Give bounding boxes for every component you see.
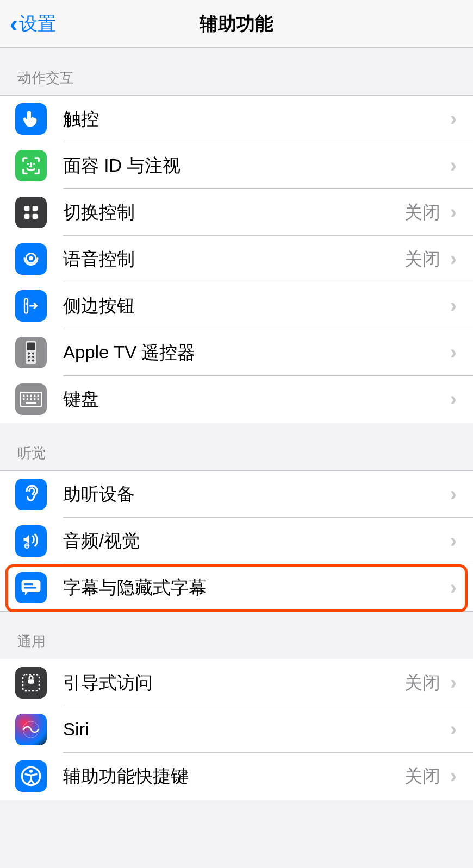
- svg-rect-33: [24, 583, 33, 585]
- tv-remote-icon: [15, 337, 47, 368]
- page-title: 辅助功能: [200, 11, 273, 36]
- svg-point-15: [32, 356, 34, 358]
- svg-rect-20: [27, 395, 28, 397]
- svg-point-7: [29, 256, 33, 261]
- svg-rect-34: [24, 587, 36, 588]
- chevron-right-icon: ›: [450, 201, 457, 224]
- svg-point-13: [32, 353, 34, 355]
- chevron-right-icon: ›: [450, 388, 457, 411]
- svg-rect-9: [26, 303, 27, 305]
- svg-rect-23: [38, 395, 39, 397]
- svg-rect-11: [27, 342, 35, 350]
- svg-point-39: [29, 770, 33, 773]
- row-switch-control[interactable]: 切换控制 关闭 ›: [0, 189, 473, 236]
- row-label: 触控: [63, 107, 450, 131]
- section-header-hearing: 听觉: [0, 423, 473, 470]
- svg-point-12: [28, 353, 30, 355]
- row-side-button[interactable]: 侧边按钮 ›: [0, 282, 473, 329]
- row-value: 关闭: [404, 764, 440, 789]
- row-label: 面容 ID 与注视: [63, 154, 450, 178]
- svg-point-14: [28, 356, 30, 358]
- chevron-right-icon: ›: [450, 294, 457, 317]
- chevron-left-icon: ‹: [10, 12, 18, 36]
- row-audio-visual[interactable]: 音频/视觉 ›: [0, 518, 473, 564]
- chevron-right-icon: ›: [450, 576, 457, 599]
- svg-rect-21: [30, 395, 32, 397]
- chevron-right-icon: ›: [450, 341, 457, 364]
- svg-rect-32: [22, 580, 41, 592]
- back-button[interactable]: ‹ 设置: [10, 11, 56, 36]
- svg-rect-8: [24, 299, 28, 313]
- row-voice-control[interactable]: 语音控制 关闭 ›: [0, 236, 473, 282]
- row-keyboard[interactable]: 键盘 ›: [0, 376, 473, 423]
- voice-control-icon: [15, 243, 47, 275]
- ear-icon: [15, 479, 47, 510]
- row-hearing-devices[interactable]: 助听设备 ›: [0, 471, 473, 518]
- keyboard-icon: [15, 383, 47, 415]
- back-label: 设置: [19, 11, 56, 36]
- svg-rect-28: [38, 398, 39, 400]
- chevron-right-icon: ›: [450, 154, 457, 177]
- row-accessibility-shortcut[interactable]: 辅助功能快捷键 关闭 ›: [0, 753, 473, 800]
- svg-rect-26: [30, 398, 32, 400]
- switch-control-icon: [15, 197, 47, 228]
- row-label: Apple TV 遥控器: [63, 341, 450, 365]
- chevron-right-icon: ›: [450, 671, 457, 694]
- row-value: 关闭: [404, 200, 440, 225]
- chevron-right-icon: ›: [450, 483, 457, 506]
- chevron-right-icon: ›: [450, 765, 457, 788]
- svg-rect-36: [28, 679, 34, 683]
- section-header-general: 通用: [0, 612, 473, 659]
- svg-rect-2: [24, 206, 29, 211]
- faceid-icon: [15, 150, 47, 181]
- row-label: 键盘: [63, 387, 450, 412]
- accessibility-icon: [15, 760, 47, 792]
- svg-point-1: [33, 163, 35, 165]
- svg-rect-25: [27, 398, 28, 400]
- svg-point-31: [26, 545, 28, 547]
- row-apple-tv-remote[interactable]: Apple TV 遥控器 ›: [0, 329, 473, 376]
- row-label: 音频/视觉: [63, 529, 450, 553]
- row-label: 切换控制: [63, 200, 404, 225]
- row-guided-access[interactable]: 引导式访问 关闭 ›: [0, 659, 473, 706]
- list-physical: 触控 › 面容 ID 与注视 › 切换控制 关闭 › 语音控制 关闭 › 侧边按…: [0, 95, 473, 423]
- svg-rect-4: [24, 214, 29, 219]
- svg-rect-24: [23, 398, 24, 400]
- row-label: 助听设备: [63, 482, 450, 507]
- svg-rect-3: [33, 206, 38, 211]
- row-label: 字幕与隐藏式字幕: [63, 576, 450, 600]
- touch-icon: [15, 103, 47, 135]
- chevron-right-icon: ›: [450, 248, 457, 271]
- row-label: 辅助功能快捷键: [63, 764, 404, 789]
- row-label: 语音控制: [63, 247, 404, 272]
- row-siri[interactable]: Siri ›: [0, 706, 473, 753]
- side-button-icon: [15, 290, 47, 322]
- list-hearing: 助听设备 › 音频/视觉 › 字幕与隐藏式字幕 ›: [0, 470, 473, 612]
- row-value: 关闭: [404, 247, 440, 272]
- chevron-right-icon: ›: [450, 718, 457, 741]
- row-label: Siri: [63, 719, 450, 740]
- audio-visual-icon: [15, 525, 47, 557]
- svg-rect-22: [34, 395, 35, 397]
- row-subtitles[interactable]: 字幕与隐藏式字幕 ›: [0, 564, 473, 611]
- svg-point-17: [32, 359, 34, 361]
- guided-access-icon: [15, 667, 47, 699]
- svg-rect-27: [34, 398, 35, 400]
- row-label: 引导式访问: [63, 671, 404, 695]
- row-value: 关闭: [404, 671, 440, 695]
- section-header-physical: 动作交互: [0, 48, 473, 95]
- list-general: 引导式访问 关闭 › Siri › 辅助功能快捷键 关闭 ›: [0, 659, 473, 800]
- siri-icon: [15, 714, 47, 745]
- row-label: 侧边按钮: [63, 294, 450, 318]
- svg-rect-5: [33, 214, 38, 219]
- svg-rect-29: [26, 402, 36, 404]
- row-touch[interactable]: 触控 ›: [0, 96, 473, 142]
- subtitles-icon: [15, 572, 47, 603]
- chevron-right-icon: ›: [450, 530, 457, 552]
- svg-point-0: [27, 163, 29, 165]
- nav-header: ‹ 设置 辅助功能: [0, 0, 473, 48]
- svg-point-16: [28, 359, 30, 361]
- row-faceid[interactable]: 面容 ID 与注视 ›: [0, 142, 473, 189]
- svg-rect-19: [23, 395, 24, 397]
- chevron-right-icon: ›: [450, 108, 457, 130]
